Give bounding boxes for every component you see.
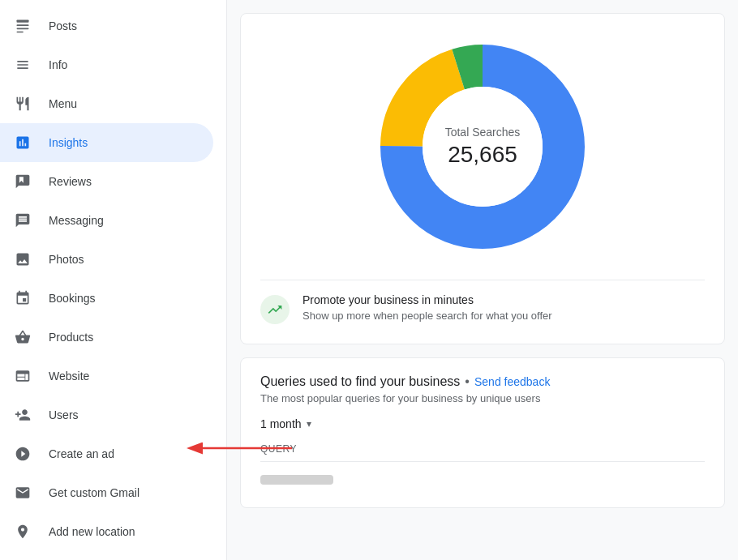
sidebar-item-photos-label: Photos: [49, 253, 84, 266]
sidebar-item-users[interactable]: Users: [0, 395, 213, 434]
sidebar-item-gmail[interactable]: Get custom Gmail: [0, 473, 213, 512]
promote-subtitle: Show up more when people search for what…: [302, 310, 552, 322]
svg-rect-1: [17, 24, 29, 26]
sidebar-item-website-label: Website: [49, 370, 89, 383]
posts-icon: [13, 16, 32, 36]
sidebar-item-gmail-label: Get custom Gmail: [49, 486, 139, 499]
queries-header: Queries used to find your business • Sen…: [260, 374, 705, 389]
total-searches-label: Total Searches: [445, 126, 521, 139]
svg-rect-2: [17, 28, 29, 30]
sidebar-item-info-label: Info: [49, 58, 67, 71]
main-content: Total Searches 25,665 Promote your busin…: [227, 0, 738, 560]
queries-card: Queries used to find your business • Sen…: [240, 357, 725, 508]
promote-title: Promote your business in minutes: [302, 293, 552, 306]
sidebar-item-photos[interactable]: Photos: [0, 240, 213, 279]
products-icon: [13, 327, 32, 347]
sidebar: Posts Info Menu: [0, 0, 227, 560]
sidebar-item-website[interactable]: Website: [0, 357, 213, 395]
trend-up-icon: [267, 301, 283, 318]
sidebar-item-location-label: Add new location: [49, 525, 135, 538]
sidebar-item-reviews-label: Reviews: [49, 175, 92, 188]
sidebar-item-products[interactable]: Products: [0, 318, 213, 357]
month-selector[interactable]: 1 month ▾: [260, 417, 705, 430]
query-column-header: Query: [260, 443, 705, 455]
sidebar-item-messaging-label: Messaging: [49, 214, 104, 227]
sidebar-item-reviews[interactable]: Reviews: [0, 162, 213, 201]
sidebar-item-users-label: Users: [49, 408, 79, 421]
chart-section: Total Searches 25,665: [260, 33, 705, 280]
send-feedback-link[interactable]: Send feedback: [474, 375, 550, 388]
sidebar-item-insights-label: Insights: [49, 136, 88, 149]
month-label: 1 month: [260, 417, 302, 430]
website-icon: [13, 366, 32, 386]
info-icon: [13, 55, 32, 75]
sidebar-item-info[interactable]: Info: [0, 45, 213, 84]
sidebar-item-location[interactable]: Add new location: [0, 512, 213, 551]
sidebar-item-bookings-label: Bookings: [49, 292, 96, 305]
messaging-icon: [13, 211, 32, 230]
donut-chart: Total Searches 25,665: [369, 33, 596, 260]
queries-title: Queries used to find your business: [260, 374, 460, 389]
sidebar-item-products-label: Products: [49, 331, 93, 344]
sidebar-item-messaging[interactable]: Messaging: [0, 201, 213, 240]
sidebar-item-menu-label: Menu: [49, 97, 77, 110]
location-icon: [13, 522, 32, 541]
reviews-icon: [13, 172, 32, 191]
query-bar-row: [260, 468, 705, 491]
sidebar-item-posts-label: Posts: [49, 19, 77, 32]
query-bar: [260, 475, 333, 485]
promote-section: Promote your business in minutes Show up…: [260, 280, 705, 324]
donut-center: Total Searches 25,665: [445, 126, 521, 168]
queries-subtitle: The most popular queries for your busine…: [260, 392, 705, 404]
sidebar-item-create-ad-label: Create an ad: [49, 447, 114, 460]
promote-icon: [260, 295, 290, 324]
sidebar-item-create-ad[interactable]: Create an ad: [0, 434, 213, 473]
total-searches-value: 25,665: [445, 142, 521, 168]
queries-table-header: Query: [260, 443, 705, 462]
bookings-icon: [13, 289, 32, 308]
sidebar-item-menu[interactable]: Menu: [0, 84, 213, 123]
queries-dot: •: [465, 374, 470, 389]
sidebar-item-insights[interactable]: Insights: [0, 123, 213, 162]
users-icon: [13, 405, 32, 425]
promote-text: Promote your business in minutes Show up…: [302, 293, 552, 322]
gmail-icon: [13, 483, 32, 502]
chevron-down-icon: ▾: [307, 418, 311, 430]
photos-icon: [13, 250, 32, 269]
create-ad-icon: [13, 444, 32, 464]
sidebar-item-bookings[interactable]: Bookings: [0, 279, 213, 318]
svg-rect-3: [17, 32, 24, 33]
chart-card: Total Searches 25,665 Promote your busin…: [240, 13, 725, 344]
menu-icon: [13, 94, 32, 113]
svg-rect-0: [17, 20, 29, 23]
insights-icon: [13, 133, 32, 152]
sidebar-item-posts[interactable]: Posts: [0, 6, 213, 45]
